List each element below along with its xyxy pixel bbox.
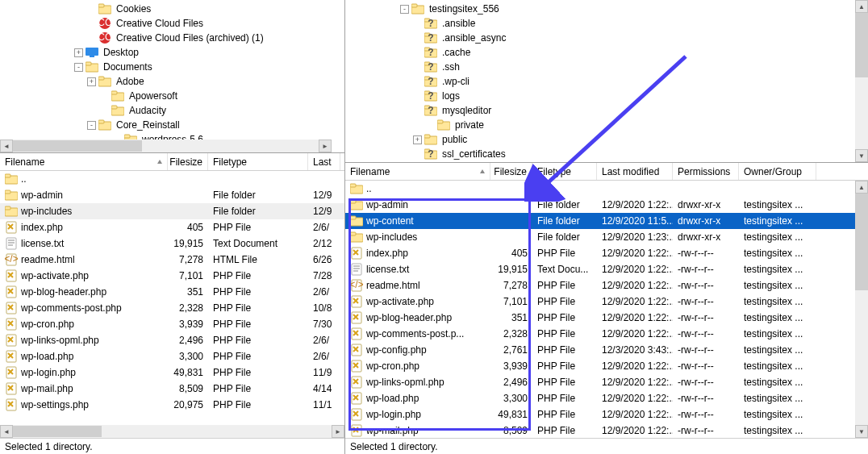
local-columns[interactable]: Filename Filesize Filetype Last — [0, 153, 344, 171]
tree-expander-icon[interactable]: + — [413, 135, 422, 144]
col-filesize[interactable]: Filesize — [168, 153, 208, 170]
scroll-right-icon[interactable]: ► — [332, 425, 344, 438]
list-row[interactable]: wp-cron.php3,939PHP File7/30 — [0, 316, 344, 332]
tree-label: Creative Cloud Files (archived) (1) — [115, 31, 265, 45]
tree-item[interactable]: .ansible — [345, 16, 868, 31]
list-row[interactable]: wp-includesFile folder12/9/2020 1:23:...… — [345, 229, 868, 245]
tree-item[interactable]: Audacity — [0, 103, 344, 118]
vscrollbar[interactable]: ▲ ▼ — [855, 181, 868, 438]
hscrollbar[interactable]: ◄ ► — [0, 140, 332, 152]
scroll-left-icon[interactable]: ◄ — [0, 140, 13, 152]
col-filetype[interactable]: Filetype — [208, 153, 308, 170]
tree-item[interactable]: Creative Cloud Files — [0, 16, 344, 31]
cell-permissions: -rw-r--r-- — [673, 423, 739, 438]
col-filename[interactable]: Filename — [345, 163, 490, 180]
col-last[interactable]: Last — [308, 153, 340, 170]
list-row[interactable]: readme.html7,278HTML File6/26 — [0, 252, 344, 268]
cell-last: 2/6/ — [308, 219, 340, 235]
tree-item[interactable]: .cache — [345, 45, 868, 60]
list-row[interactable]: .. — [345, 181, 868, 197]
scroll-right-icon[interactable]: ► — [319, 140, 332, 152]
list-row[interactable]: wp-login.php49,831PHP File12/9/2020 1:22… — [345, 406, 868, 423]
list-row[interactable]: wp-adminFile folder12/9 — [0, 187, 344, 203]
list-row[interactable]: wp-load.php3,300PHP File2/6/ — [0, 348, 344, 364]
cell-permissions: -rw-r--r-- — [673, 294, 739, 310]
list-row[interactable]: readme.html7,278PHP File12/9/2020 1:22:.… — [345, 277, 868, 294]
scroll-left-icon[interactable]: ◄ — [0, 425, 13, 438]
scroll-thumb[interactable] — [855, 13, 868, 77]
cell-permissions: -rw-r--r-- — [673, 245, 739, 261]
list-row[interactable]: wp-comments-post.php2,328PHP File10/8 — [0, 300, 344, 316]
scroll-up-icon[interactable]: ▲ — [855, 0, 868, 13]
tree-item[interactable]: logs — [345, 89, 868, 103]
list-row[interactable]: wp-comments-post.p...2,328PHP File12/9/2… — [345, 326, 868, 342]
list-row[interactable]: wp-adminFile folder12/9/2020 1:22:...drw… — [345, 197, 868, 213]
list-row[interactable]: wp-cron.php3,939PHP File12/9/2020 1:22:.… — [345, 358, 868, 374]
list-row[interactable]: wp-activate.php7,101PHP File12/9/2020 1:… — [345, 294, 868, 310]
col-filetype[interactable]: Filetype — [532, 163, 597, 180]
cell-filetype: PHP File — [208, 268, 308, 284]
list-row[interactable]: index.php405PHP File12/9/2020 1:22:...-r… — [345, 245, 868, 261]
tree-item[interactable]: -Documents — [0, 60, 344, 74]
tree-label: Desktop — [102, 45, 140, 60]
remote-tree[interactable]: -testingsitex_556.ansible.ansible_async.… — [345, 0, 868, 163]
cell-filetype: PHP File — [208, 300, 308, 316]
list-row[interactable]: wp-links-opml.php2,496PHP File2/6/ — [0, 332, 344, 348]
list-row[interactable]: wp-blog-header.php351PHP File12/9/2020 1… — [345, 310, 868, 326]
list-row[interactable]: wp-login.php49,831PHP File11/9 — [0, 364, 344, 381]
scroll-down-icon[interactable]: ▼ — [855, 425, 868, 438]
col-filesize[interactable]: Filesize — [490, 163, 532, 180]
col-owner[interactable]: Owner/Group — [739, 163, 816, 180]
tree-item[interactable]: Creative Cloud Files (archived) (1) — [0, 31, 344, 45]
scroll-up-icon[interactable]: ▲ — [855, 181, 868, 194]
hscrollbar[interactable]: ◄ ► — [0, 425, 344, 438]
list-row[interactable]: wp-links-opml.php2,496PHP File12/9/2020 … — [345, 374, 868, 390]
list-row[interactable]: wp-mail.php8,509PHP File4/14 — [0, 381, 344, 397]
col-permissions[interactable]: Permissions — [673, 163, 739, 180]
tree-item[interactable]: private — [345, 118, 868, 132]
tree-item[interactable]: Cookies — [0, 2, 344, 16]
tree-item[interactable]: +public — [345, 132, 868, 147]
list-row[interactable]: wp-load.php3,300PHP File12/9/2020 1:22:.… — [345, 390, 868, 406]
cell-permissions: -rw-r--r-- — [673, 358, 739, 374]
tree-item[interactable]: +Desktop — [0, 45, 344, 60]
list-row[interactable]: wp-settings.php20,975PHP File11/1 — [0, 397, 344, 413]
tree-expander-icon[interactable]: - — [74, 63, 83, 72]
tree-item[interactable]: .wp-cli — [345, 74, 868, 89]
remote-columns[interactable]: Filename Filesize Filetype Last modified… — [345, 163, 868, 181]
list-row[interactable]: index.php405PHP File2/6/ — [0, 219, 344, 235]
tree-item[interactable]: .ansible_async — [345, 31, 868, 45]
tree-item[interactable]: ssl_certificates — [345, 147, 868, 161]
list-row[interactable]: wp-mail.php8,509PHP File12/9/2020 1:22:.… — [345, 423, 868, 438]
col-filename[interactable]: Filename — [0, 153, 168, 170]
tree-item[interactable]: +Adobe — [0, 74, 344, 89]
folder-icon — [98, 119, 111, 131]
scroll-thumb[interactable] — [13, 140, 142, 152]
cell-last: 12/9/2020 1:23:... — [597, 229, 673, 245]
tree-expander-icon[interactable]: - — [400, 5, 409, 14]
list-row[interactable]: wp-config.php2,761PHP File12/3/2020 3:43… — [345, 342, 868, 358]
tree-expander-icon[interactable]: + — [74, 48, 83, 57]
scroll-thumb[interactable] — [855, 194, 868, 290]
list-row[interactable]: license.txt19,915Text Docu...12/9/2020 1… — [345, 261, 868, 277]
local-file-list[interactable]: ..wp-adminFile folder12/9wp-includesFile… — [0, 171, 344, 413]
list-row[interactable]: .. — [0, 171, 344, 187]
list-row[interactable]: wp-blog-header.php351PHP File2/6/ — [0, 284, 344, 300]
tree-item[interactable]: Apowersoft — [0, 89, 344, 103]
list-row[interactable]: wp-contentFile folder12/9/2020 11:5...dr… — [345, 213, 868, 229]
vscrollbar[interactable]: ▲ ▼ — [855, 0, 868, 162]
col-lastmod[interactable]: Last modified — [597, 163, 673, 180]
local-tree[interactable]: CookiesCreative Cloud FilesCreative Clou… — [0, 0, 344, 153]
list-row[interactable]: wp-includesFile folder12/9 — [0, 203, 344, 219]
scroll-thumb[interactable] — [13, 426, 102, 437]
tree-item[interactable]: -Core_Reinstall — [0, 118, 344, 132]
tree-expander-icon[interactable]: + — [87, 77, 96, 86]
scroll-down-icon[interactable]: ▼ — [855, 149, 868, 162]
remote-file-list[interactable]: ..wp-adminFile folder12/9/2020 1:22:...d… — [345, 181, 868, 438]
tree-item[interactable]: -testingsitex_556 — [345, 2, 868, 16]
tree-expander-icon[interactable]: - — [87, 121, 96, 130]
tree-item[interactable]: .ssh — [345, 60, 868, 74]
list-row[interactable]: license.txt19,915Text Document2/12 — [0, 235, 344, 252]
list-row[interactable]: wp-activate.php7,101PHP File7/28 — [0, 268, 344, 284]
tree-item[interactable]: mysqleditor — [345, 103, 868, 118]
